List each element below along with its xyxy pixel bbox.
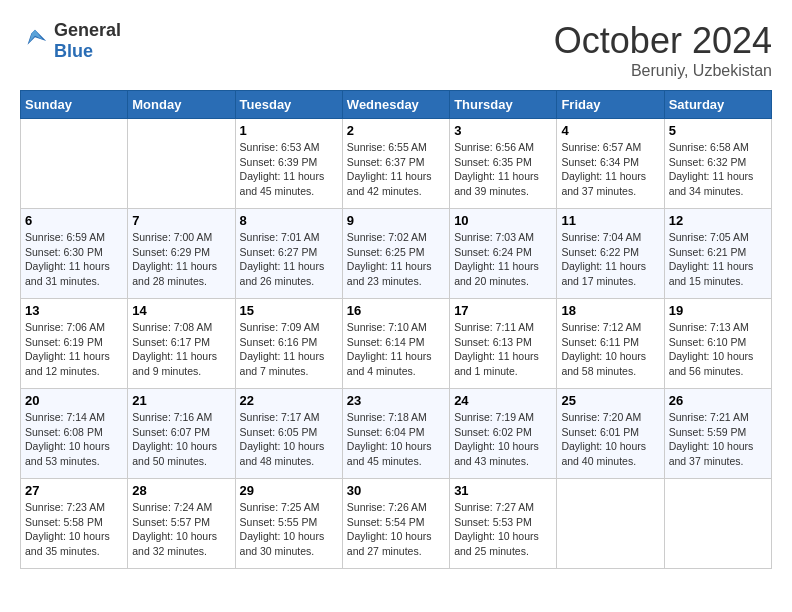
calendar-cell: 20Sunrise: 7:14 AMSunset: 6:08 PMDayligh… bbox=[21, 389, 128, 479]
header-day-wednesday: Wednesday bbox=[342, 91, 449, 119]
day-number: 24 bbox=[454, 393, 552, 408]
location: Beruniy, Uzbekistan bbox=[554, 62, 772, 80]
week-row-3: 13Sunrise: 7:06 AMSunset: 6:19 PMDayligh… bbox=[21, 299, 772, 389]
day-detail: Sunrise: 7:18 AMSunset: 6:04 PMDaylight:… bbox=[347, 410, 445, 469]
day-detail: Sunrise: 7:17 AMSunset: 6:05 PMDaylight:… bbox=[240, 410, 338, 469]
week-row-1: 1Sunrise: 6:53 AMSunset: 6:39 PMDaylight… bbox=[21, 119, 772, 209]
day-number: 17 bbox=[454, 303, 552, 318]
logo-general: General bbox=[54, 20, 121, 40]
day-number: 30 bbox=[347, 483, 445, 498]
calendar-cell: 21Sunrise: 7:16 AMSunset: 6:07 PMDayligh… bbox=[128, 389, 235, 479]
day-detail: Sunrise: 6:59 AMSunset: 6:30 PMDaylight:… bbox=[25, 230, 123, 289]
day-detail: Sunrise: 7:24 AMSunset: 5:57 PMDaylight:… bbox=[132, 500, 230, 559]
calendar-cell: 3Sunrise: 6:56 AMSunset: 6:35 PMDaylight… bbox=[450, 119, 557, 209]
day-detail: Sunrise: 7:14 AMSunset: 6:08 PMDaylight:… bbox=[25, 410, 123, 469]
day-number: 20 bbox=[25, 393, 123, 408]
calendar-cell bbox=[21, 119, 128, 209]
calendar-cell: 9Sunrise: 7:02 AMSunset: 6:25 PMDaylight… bbox=[342, 209, 449, 299]
day-number: 15 bbox=[240, 303, 338, 318]
day-number: 4 bbox=[561, 123, 659, 138]
logo-blue: Blue bbox=[54, 41, 93, 61]
calendar-cell: 25Sunrise: 7:20 AMSunset: 6:01 PMDayligh… bbox=[557, 389, 664, 479]
week-row-2: 6Sunrise: 6:59 AMSunset: 6:30 PMDaylight… bbox=[21, 209, 772, 299]
calendar-header: SundayMondayTuesdayWednesdayThursdayFrid… bbox=[21, 91, 772, 119]
calendar-cell: 15Sunrise: 7:09 AMSunset: 6:16 PMDayligh… bbox=[235, 299, 342, 389]
day-detail: Sunrise: 6:55 AMSunset: 6:37 PMDaylight:… bbox=[347, 140, 445, 199]
day-detail: Sunrise: 7:04 AMSunset: 6:22 PMDaylight:… bbox=[561, 230, 659, 289]
calendar-cell: 26Sunrise: 7:21 AMSunset: 5:59 PMDayligh… bbox=[664, 389, 771, 479]
day-detail: Sunrise: 7:06 AMSunset: 6:19 PMDaylight:… bbox=[25, 320, 123, 379]
header-row: SundayMondayTuesdayWednesdayThursdayFrid… bbox=[21, 91, 772, 119]
calendar-cell: 8Sunrise: 7:01 AMSunset: 6:27 PMDaylight… bbox=[235, 209, 342, 299]
calendar-cell: 27Sunrise: 7:23 AMSunset: 5:58 PMDayligh… bbox=[21, 479, 128, 569]
day-detail: Sunrise: 7:12 AMSunset: 6:11 PMDaylight:… bbox=[561, 320, 659, 379]
day-number: 18 bbox=[561, 303, 659, 318]
day-number: 2 bbox=[347, 123, 445, 138]
day-number: 11 bbox=[561, 213, 659, 228]
header-day-thursday: Thursday bbox=[450, 91, 557, 119]
day-detail: Sunrise: 7:25 AMSunset: 5:55 PMDaylight:… bbox=[240, 500, 338, 559]
day-number: 28 bbox=[132, 483, 230, 498]
calendar-body: 1Sunrise: 6:53 AMSunset: 6:39 PMDaylight… bbox=[21, 119, 772, 569]
calendar-cell: 13Sunrise: 7:06 AMSunset: 6:19 PMDayligh… bbox=[21, 299, 128, 389]
logo-text: General Blue bbox=[54, 20, 121, 62]
calendar-cell: 5Sunrise: 6:58 AMSunset: 6:32 PMDaylight… bbox=[664, 119, 771, 209]
calendar-cell: 22Sunrise: 7:17 AMSunset: 6:05 PMDayligh… bbox=[235, 389, 342, 479]
week-row-4: 20Sunrise: 7:14 AMSunset: 6:08 PMDayligh… bbox=[21, 389, 772, 479]
calendar-cell: 1Sunrise: 6:53 AMSunset: 6:39 PMDaylight… bbox=[235, 119, 342, 209]
day-number: 9 bbox=[347, 213, 445, 228]
calendar-cell: 19Sunrise: 7:13 AMSunset: 6:10 PMDayligh… bbox=[664, 299, 771, 389]
calendar-cell: 12Sunrise: 7:05 AMSunset: 6:21 PMDayligh… bbox=[664, 209, 771, 299]
title-block: October 2024 Beruniy, Uzbekistan bbox=[554, 20, 772, 80]
calendar-cell bbox=[664, 479, 771, 569]
day-number: 10 bbox=[454, 213, 552, 228]
month-title: October 2024 bbox=[554, 20, 772, 62]
calendar-cell: 28Sunrise: 7:24 AMSunset: 5:57 PMDayligh… bbox=[128, 479, 235, 569]
day-number: 8 bbox=[240, 213, 338, 228]
day-detail: Sunrise: 7:26 AMSunset: 5:54 PMDaylight:… bbox=[347, 500, 445, 559]
day-number: 13 bbox=[25, 303, 123, 318]
day-detail: Sunrise: 6:53 AMSunset: 6:39 PMDaylight:… bbox=[240, 140, 338, 199]
calendar-cell: 7Sunrise: 7:00 AMSunset: 6:29 PMDaylight… bbox=[128, 209, 235, 299]
day-detail: Sunrise: 7:08 AMSunset: 6:17 PMDaylight:… bbox=[132, 320, 230, 379]
day-number: 29 bbox=[240, 483, 338, 498]
header-day-friday: Friday bbox=[557, 91, 664, 119]
calendar-cell: 2Sunrise: 6:55 AMSunset: 6:37 PMDaylight… bbox=[342, 119, 449, 209]
calendar-cell bbox=[128, 119, 235, 209]
calendar-table: SundayMondayTuesdayWednesdayThursdayFrid… bbox=[20, 90, 772, 569]
calendar-cell: 31Sunrise: 7:27 AMSunset: 5:53 PMDayligh… bbox=[450, 479, 557, 569]
day-number: 21 bbox=[132, 393, 230, 408]
day-detail: Sunrise: 7:27 AMSunset: 5:53 PMDaylight:… bbox=[454, 500, 552, 559]
day-detail: Sunrise: 6:56 AMSunset: 6:35 PMDaylight:… bbox=[454, 140, 552, 199]
day-number: 26 bbox=[669, 393, 767, 408]
day-number: 27 bbox=[25, 483, 123, 498]
calendar-cell: 18Sunrise: 7:12 AMSunset: 6:11 PMDayligh… bbox=[557, 299, 664, 389]
day-detail: Sunrise: 7:00 AMSunset: 6:29 PMDaylight:… bbox=[132, 230, 230, 289]
header-day-tuesday: Tuesday bbox=[235, 91, 342, 119]
calendar-cell: 23Sunrise: 7:18 AMSunset: 6:04 PMDayligh… bbox=[342, 389, 449, 479]
day-number: 19 bbox=[669, 303, 767, 318]
day-number: 5 bbox=[669, 123, 767, 138]
header-day-monday: Monday bbox=[128, 91, 235, 119]
day-detail: Sunrise: 7:05 AMSunset: 6:21 PMDaylight:… bbox=[669, 230, 767, 289]
day-detail: Sunrise: 7:02 AMSunset: 6:25 PMDaylight:… bbox=[347, 230, 445, 289]
calendar-cell: 14Sunrise: 7:08 AMSunset: 6:17 PMDayligh… bbox=[128, 299, 235, 389]
day-number: 22 bbox=[240, 393, 338, 408]
day-detail: Sunrise: 7:01 AMSunset: 6:27 PMDaylight:… bbox=[240, 230, 338, 289]
day-detail: Sunrise: 7:11 AMSunset: 6:13 PMDaylight:… bbox=[454, 320, 552, 379]
day-detail: Sunrise: 7:09 AMSunset: 6:16 PMDaylight:… bbox=[240, 320, 338, 379]
page-header: General Blue October 2024 Beruniy, Uzbek… bbox=[20, 20, 772, 80]
day-number: 25 bbox=[561, 393, 659, 408]
day-number: 12 bbox=[669, 213, 767, 228]
day-detail: Sunrise: 6:58 AMSunset: 6:32 PMDaylight:… bbox=[669, 140, 767, 199]
day-number: 3 bbox=[454, 123, 552, 138]
day-detail: Sunrise: 7:03 AMSunset: 6:24 PMDaylight:… bbox=[454, 230, 552, 289]
calendar-cell: 6Sunrise: 6:59 AMSunset: 6:30 PMDaylight… bbox=[21, 209, 128, 299]
day-number: 7 bbox=[132, 213, 230, 228]
header-day-saturday: Saturday bbox=[664, 91, 771, 119]
calendar-cell: 29Sunrise: 7:25 AMSunset: 5:55 PMDayligh… bbox=[235, 479, 342, 569]
day-number: 31 bbox=[454, 483, 552, 498]
day-number: 6 bbox=[25, 213, 123, 228]
calendar-cell: 17Sunrise: 7:11 AMSunset: 6:13 PMDayligh… bbox=[450, 299, 557, 389]
day-detail: Sunrise: 7:20 AMSunset: 6:01 PMDaylight:… bbox=[561, 410, 659, 469]
